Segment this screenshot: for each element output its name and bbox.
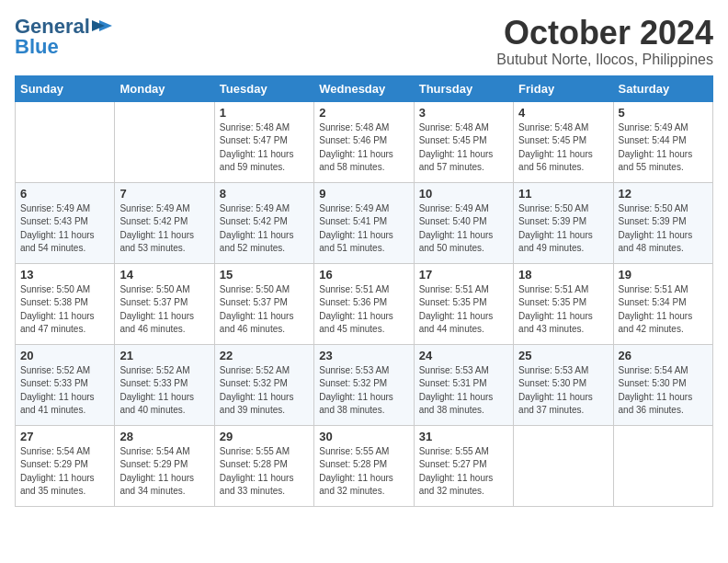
day-number: 10 — [419, 187, 508, 201]
calendar-cell: 3Sunrise: 5:48 AM Sunset: 5:45 PM Daylig… — [414, 101, 513, 182]
day-info: Sunrise: 5:48 AM Sunset: 5:47 PM Dayligh… — [220, 121, 309, 175]
day-number: 15 — [220, 268, 309, 282]
day-info: Sunrise: 5:52 AM Sunset: 5:33 PM Dayligh… — [20, 364, 109, 418]
day-info: Sunrise: 5:49 AM Sunset: 5:41 PM Dayligh… — [319, 202, 408, 256]
day-info: Sunrise: 5:53 AM Sunset: 5:30 PM Dayligh… — [518, 364, 608, 418]
page-header: General Blue October 2024 Butubut Norte,… — [15, 15, 713, 68]
day-number: 6 — [20, 187, 109, 201]
day-number: 18 — [518, 268, 608, 282]
day-number: 8 — [220, 187, 309, 201]
calendar-cell: 26Sunrise: 5:54 AM Sunset: 5:30 PM Dayli… — [613, 344, 712, 425]
logo: General Blue — [15, 15, 112, 59]
day-number: 29 — [220, 430, 309, 443]
calendar-cell: 16Sunrise: 5:51 AM Sunset: 5:36 PM Dayli… — [314, 263, 414, 344]
day-number: 20 — [20, 349, 109, 362]
calendar-cell: 2Sunrise: 5:48 AM Sunset: 5:46 PM Daylig… — [314, 101, 414, 182]
calendar-cell: 25Sunrise: 5:53 AM Sunset: 5:30 PM Dayli… — [514, 344, 613, 425]
day-info: Sunrise: 5:48 AM Sunset: 5:45 PM Dayligh… — [419, 121, 508, 175]
day-number: 23 — [319, 349, 408, 362]
day-number: 22 — [220, 349, 309, 362]
day-info: Sunrise: 5:49 AM Sunset: 5:42 PM Dayligh… — [119, 202, 209, 256]
day-number: 3 — [419, 106, 508, 120]
day-info: Sunrise: 5:49 AM Sunset: 5:44 PM Dayligh… — [619, 121, 708, 175]
day-number: 19 — [619, 268, 708, 282]
day-number: 9 — [319, 187, 408, 201]
day-info: Sunrise: 5:49 AM Sunset: 5:40 PM Dayligh… — [419, 202, 508, 256]
day-info: Sunrise: 5:48 AM Sunset: 5:45 PM Dayligh… — [518, 121, 608, 175]
calendar-cell: 27Sunrise: 5:54 AM Sunset: 5:29 PM Dayli… — [16, 425, 115, 506]
location-title: Butubut Norte, Ilocos, Philippines — [496, 52, 713, 68]
calendar-week-row: 6Sunrise: 5:49 AM Sunset: 5:43 PM Daylig… — [16, 182, 713, 263]
calendar-cell: 7Sunrise: 5:49 AM Sunset: 5:42 PM Daylig… — [115, 182, 214, 263]
calendar-cell: 1Sunrise: 5:48 AM Sunset: 5:47 PM Daylig… — [214, 101, 313, 182]
day-number: 5 — [619, 106, 708, 120]
calendar-cell — [514, 425, 613, 506]
title-block: October 2024 Butubut Norte, Ilocos, Phil… — [496, 15, 713, 68]
day-info: Sunrise: 5:51 AM Sunset: 5:35 PM Dayligh… — [419, 283, 508, 337]
calendar-cell: 12Sunrise: 5:50 AM Sunset: 5:39 PM Dayli… — [613, 182, 712, 263]
day-number: 1 — [220, 106, 309, 120]
day-number: 12 — [619, 187, 708, 201]
calendar-cell: 10Sunrise: 5:49 AM Sunset: 5:40 PM Dayli… — [414, 182, 513, 263]
calendar-cell: 9Sunrise: 5:49 AM Sunset: 5:41 PM Daylig… — [314, 182, 414, 263]
weekday-header: Tuesday — [214, 75, 313, 101]
day-info: Sunrise: 5:48 AM Sunset: 5:46 PM Dayligh… — [319, 121, 408, 175]
calendar-cell: 5Sunrise: 5:49 AM Sunset: 5:44 PM Daylig… — [613, 101, 712, 182]
calendar-cell: 30Sunrise: 5:55 AM Sunset: 5:28 PM Dayli… — [314, 425, 414, 506]
day-number: 2 — [319, 106, 408, 120]
day-info: Sunrise: 5:50 AM Sunset: 5:39 PM Dayligh… — [518, 202, 608, 256]
logo-blue: Blue — [15, 35, 59, 59]
day-info: Sunrise: 5:54 AM Sunset: 5:30 PM Dayligh… — [619, 364, 708, 418]
calendar-cell: 31Sunrise: 5:55 AM Sunset: 5:27 PM Dayli… — [414, 425, 513, 506]
day-number: 24 — [419, 349, 508, 362]
calendar-cell: 19Sunrise: 5:51 AM Sunset: 5:34 PM Dayli… — [613, 263, 712, 344]
day-number: 21 — [119, 349, 209, 362]
calendar-cell: 13Sunrise: 5:50 AM Sunset: 5:38 PM Dayli… — [16, 263, 115, 344]
day-number: 30 — [319, 430, 408, 443]
calendar-week-row: 1Sunrise: 5:48 AM Sunset: 5:47 PM Daylig… — [16, 101, 713, 182]
weekday-header-row: SundayMondayTuesdayWednesdayThursdayFrid… — [16, 75, 713, 101]
day-number: 27 — [20, 430, 109, 443]
day-number: 14 — [119, 268, 209, 282]
calendar-cell: 21Sunrise: 5:52 AM Sunset: 5:33 PM Dayli… — [115, 344, 214, 425]
day-number: 4 — [518, 106, 608, 120]
weekday-header: Monday — [115, 75, 214, 101]
weekday-header: Sunday — [16, 75, 115, 101]
day-info: Sunrise: 5:53 AM Sunset: 5:32 PM Dayligh… — [319, 364, 408, 418]
calendar-cell: 20Sunrise: 5:52 AM Sunset: 5:33 PM Dayli… — [16, 344, 115, 425]
day-number: 7 — [119, 187, 209, 201]
weekday-header: Saturday — [613, 75, 712, 101]
day-number: 17 — [419, 268, 508, 282]
day-info: Sunrise: 5:55 AM Sunset: 5:28 PM Dayligh… — [220, 445, 309, 499]
calendar-cell: 28Sunrise: 5:54 AM Sunset: 5:29 PM Dayli… — [115, 425, 214, 506]
calendar-cell: 15Sunrise: 5:50 AM Sunset: 5:37 PM Dayli… — [214, 263, 313, 344]
calendar-table: SundayMondayTuesdayWednesdayThursdayFrid… — [15, 75, 713, 507]
calendar-cell: 8Sunrise: 5:49 AM Sunset: 5:42 PM Daylig… — [214, 182, 313, 263]
calendar-cell: 4Sunrise: 5:48 AM Sunset: 5:45 PM Daylig… — [514, 101, 613, 182]
calendar-week-row: 27Sunrise: 5:54 AM Sunset: 5:29 PM Dayli… — [16, 425, 713, 506]
day-info: Sunrise: 5:52 AM Sunset: 5:32 PM Dayligh… — [220, 364, 309, 418]
day-info: Sunrise: 5:54 AM Sunset: 5:29 PM Dayligh… — [20, 445, 109, 499]
calendar-cell: 18Sunrise: 5:51 AM Sunset: 5:35 PM Dayli… — [514, 263, 613, 344]
day-info: Sunrise: 5:49 AM Sunset: 5:42 PM Dayligh… — [220, 202, 309, 256]
calendar-cell: 23Sunrise: 5:53 AM Sunset: 5:32 PM Dayli… — [314, 344, 414, 425]
day-info: Sunrise: 5:55 AM Sunset: 5:28 PM Dayligh… — [319, 445, 408, 499]
day-info: Sunrise: 5:52 AM Sunset: 5:33 PM Dayligh… — [119, 364, 209, 418]
calendar-cell — [613, 425, 712, 506]
day-number: 11 — [518, 187, 608, 201]
day-number: 28 — [119, 430, 209, 443]
calendar-cell — [115, 101, 214, 182]
calendar-cell: 24Sunrise: 5:53 AM Sunset: 5:31 PM Dayli… — [414, 344, 513, 425]
day-info: Sunrise: 5:53 AM Sunset: 5:31 PM Dayligh… — [419, 364, 508, 418]
day-info: Sunrise: 5:50 AM Sunset: 5:38 PM Dayligh… — [20, 283, 109, 337]
day-info: Sunrise: 5:55 AM Sunset: 5:27 PM Dayligh… — [419, 445, 508, 499]
day-info: Sunrise: 5:49 AM Sunset: 5:43 PM Dayligh… — [20, 202, 109, 256]
day-info: Sunrise: 5:50 AM Sunset: 5:37 PM Dayligh… — [119, 283, 209, 337]
calendar-cell: 11Sunrise: 5:50 AM Sunset: 5:39 PM Dayli… — [514, 182, 613, 263]
day-info: Sunrise: 5:51 AM Sunset: 5:36 PM Dayligh… — [319, 283, 408, 337]
calendar-cell: 29Sunrise: 5:55 AM Sunset: 5:28 PM Dayli… — [214, 425, 313, 506]
calendar-cell: 22Sunrise: 5:52 AM Sunset: 5:32 PM Dayli… — [214, 344, 313, 425]
weekday-header: Friday — [514, 75, 613, 101]
calendar-week-row: 13Sunrise: 5:50 AM Sunset: 5:38 PM Dayli… — [16, 263, 713, 344]
weekday-header: Thursday — [414, 75, 513, 101]
